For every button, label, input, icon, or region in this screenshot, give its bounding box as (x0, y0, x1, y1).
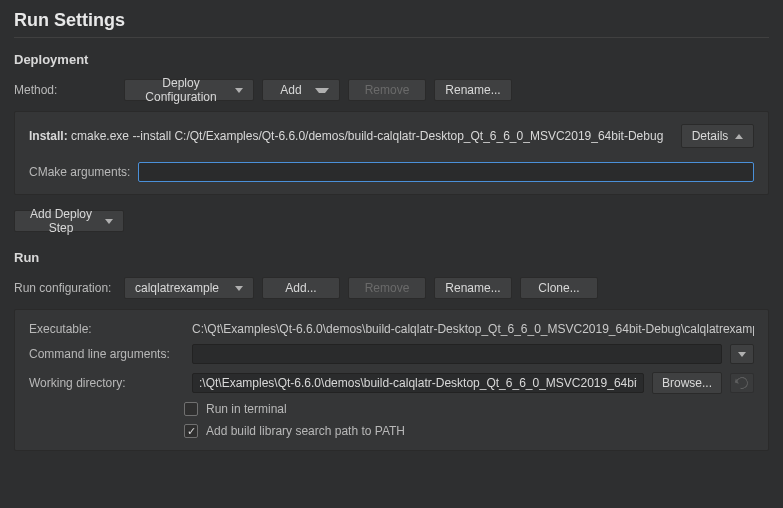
add-deploy-text: Add (273, 83, 309, 97)
run-in-terminal-checkbox[interactable] (184, 402, 198, 416)
run-config-combo[interactable]: calqlatrexample (124, 277, 254, 299)
reset-icon (734, 375, 750, 391)
clone-run-button[interactable]: Clone... (520, 277, 598, 299)
cmdline-label: Command line arguments: (29, 347, 184, 361)
deployment-heading: Deployment (14, 52, 769, 67)
browse-button[interactable]: Browse... (652, 372, 722, 394)
deploy-step-panel: Install: cmake.exe --install C:/Qt/Examp… (14, 111, 769, 195)
add-path-checkbox[interactable] (184, 424, 198, 438)
add-path-label: Add build library search path to PATH (206, 424, 405, 438)
details-toggle[interactable]: Details (681, 124, 754, 148)
rename-deploy-button[interactable]: Rename... (434, 79, 512, 101)
run-config-label: Run configuration: (14, 281, 116, 295)
page-title: Run Settings (14, 10, 769, 31)
chevron-down-icon (235, 88, 243, 93)
add-deploy-button[interactable]: Add (262, 79, 340, 101)
chevron-down-icon (315, 88, 329, 93)
executable-label: Executable: (29, 322, 184, 336)
add-deploy-step-button[interactable]: Add Deploy Step (14, 210, 124, 232)
add-run-button[interactable]: Add... (262, 277, 340, 299)
divider (14, 37, 769, 38)
cmake-args-label: CMake arguments: (29, 165, 130, 179)
method-label: Method: (14, 83, 116, 97)
cmdline-input[interactable] (192, 344, 722, 364)
chevron-down-icon (105, 219, 113, 224)
install-line: Install: cmake.exe --install C:/Qt/Examp… (29, 129, 663, 143)
reset-workdir-button[interactable] (730, 373, 754, 393)
method-combo[interactable]: Deploy Configuration (124, 79, 254, 101)
remove-deploy-button: Remove (348, 79, 426, 101)
chevron-up-icon (735, 134, 743, 139)
cmake-args-input[interactable] (138, 162, 754, 182)
run-heading: Run (14, 250, 769, 265)
rename-run-button[interactable]: Rename... (434, 277, 512, 299)
remove-run-button: Remove (348, 277, 426, 299)
chevron-down-icon (235, 286, 243, 291)
chevron-down-icon (738, 352, 746, 357)
executable-value: C:\Qt\Examples\Qt-6.6.0\demos\build-calq… (192, 322, 754, 336)
run-panel: Executable: C:\Qt\Examples\Qt-6.6.0\demo… (14, 309, 769, 451)
run-in-terminal-label: Run in terminal (206, 402, 287, 416)
workdir-input[interactable] (192, 373, 644, 393)
run-config-text: calqlatrexample (135, 281, 219, 295)
method-combo-text: Deploy Configuration (135, 76, 227, 104)
cmdline-expand-button[interactable] (730, 344, 754, 364)
workdir-label: Working directory: (29, 376, 184, 390)
